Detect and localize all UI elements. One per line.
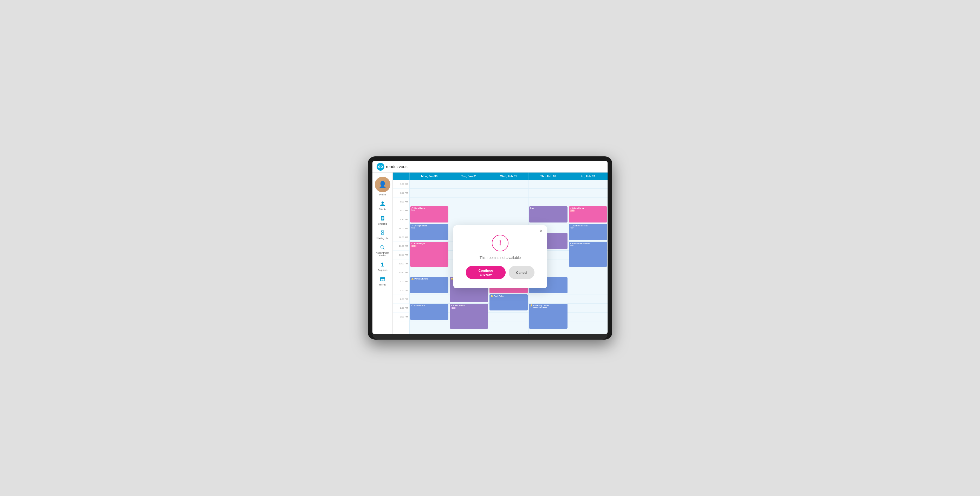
sidebar: 👤 Profile Clients Charting xyxy=(372,172,393,334)
app-header: GO rendezvous xyxy=(372,161,608,172)
day-header-fri: Fri, Feb 03 xyxy=(568,172,608,180)
sidebar-item-billing[interactable]: $ Billing xyxy=(372,273,393,288)
requests-icon: 1 xyxy=(379,261,386,268)
cancel-button[interactable]: Cancel xyxy=(509,266,535,279)
requests-label: Requests xyxy=(377,269,387,271)
day-header-mon: Mon, Jan 30 xyxy=(409,172,449,180)
sidebar-item-requests[interactable]: 1 Requests xyxy=(372,259,393,273)
charting-icon xyxy=(379,215,386,222)
clients-label: Clients xyxy=(379,208,386,211)
day-header-thu: Thu, Feb 02 xyxy=(528,172,568,180)
sidebar-item-appointment-finder[interactable]: Appointment Finder xyxy=(372,242,393,259)
modal-warning-icon: ! xyxy=(492,235,509,251)
calendar-wrapper: Mon, Jan 30 Tue, Jan 31 Wed, Feb 01 Thu,… xyxy=(393,172,608,334)
day-header-tue: Tue, Jan 31 xyxy=(449,172,488,180)
sidebar-item-clients[interactable]: Clients xyxy=(372,198,393,213)
modal-actions: Continue anyway Cancel xyxy=(466,266,535,279)
profile-label: Profile xyxy=(379,193,386,196)
app-body: 👤 Profile Clients Charting xyxy=(372,172,608,334)
svg-text:$: $ xyxy=(382,279,383,281)
sidebar-item-charting[interactable]: Charting xyxy=(372,213,393,227)
appointment-finder-icon xyxy=(379,244,386,251)
day-header-wed: Wed, Feb 01 xyxy=(489,172,528,180)
billing-label: Billing xyxy=(379,283,385,286)
modal-dialog: ✕ ! This room is not available Continue … xyxy=(453,225,547,288)
time-col-header xyxy=(393,172,409,180)
modal-overlay: ✕ ! This room is not available Continue … xyxy=(393,180,608,334)
waiting-list-icon xyxy=(379,229,386,236)
logo-text: rendezvous xyxy=(386,164,407,169)
appointment-finder-label: Appointment Finder xyxy=(374,252,391,257)
billing-icon: $ xyxy=(379,276,386,283)
sidebar-item-waiting-list[interactable]: Waiting List xyxy=(372,227,393,242)
calendar-grid: 7:30 AM 8:00 AM 8:30 AM 9:00 AM 9:30 AM … xyxy=(393,180,608,334)
charting-label: Charting xyxy=(378,223,387,225)
modal-message: This room is not available xyxy=(466,255,535,260)
laptop-base xyxy=(372,334,608,340)
logo-icon: GO xyxy=(377,163,384,171)
clients-icon xyxy=(379,200,386,207)
profile-image: 👤 xyxy=(375,177,390,192)
sidebar-item-profile[interactable]: 👤 Profile xyxy=(372,172,393,198)
logo: GO rendezvous xyxy=(377,163,407,171)
calendar-header: Mon, Jan 30 Tue, Jan 31 Wed, Feb 01 Thu,… xyxy=(393,172,608,180)
waiting-list-label: Waiting List xyxy=(376,237,388,240)
modal-close-button[interactable]: ✕ xyxy=(539,228,543,233)
continue-anyway-button[interactable]: Continue anyway xyxy=(466,266,506,279)
profile-avatar: 👤 xyxy=(375,177,390,192)
